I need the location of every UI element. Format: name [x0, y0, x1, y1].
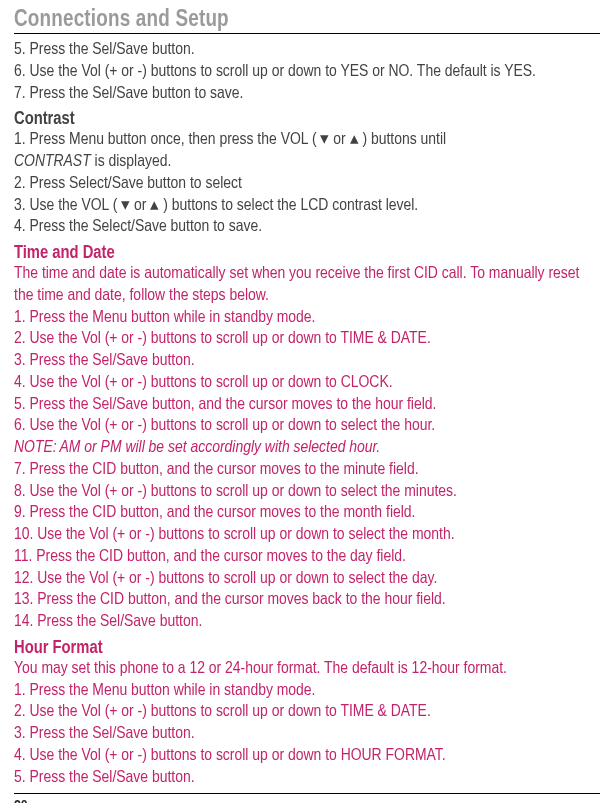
step-line: 3. Press the Sel/Save button.: [14, 722, 600, 744]
step-line: 2. Use the Vol (+ or -) buttons to scrol…: [14, 327, 600, 349]
step-line: 7. Press the CID button, and the cursor …: [14, 458, 600, 480]
page-container: Connections and Setup 5. Press the Sel/S…: [0, 0, 614, 803]
header-rule: [14, 33, 600, 34]
step-line: 11. Press the CID button, and the cursor…: [14, 545, 600, 567]
step-line: 6. Use the Vol (+ or -) buttons to scrol…: [14, 60, 600, 82]
step-line: 1. Press Menu button once, then press th…: [14, 128, 600, 150]
step-line: 14. Press the Sel/Save button.: [14, 610, 600, 632]
heading-contrast: Contrast: [14, 107, 600, 128]
step-line: 1. Press the Menu button while in standb…: [14, 306, 600, 328]
step-line: 9. Press the CID button, and the cursor …: [14, 501, 600, 523]
heading-time-date: Time and Date: [14, 241, 600, 262]
step-line: 6. Use the Vol (+ or -) buttons to scrol…: [14, 414, 600, 436]
step-line: 13. Press the CID button, and the cursor…: [14, 588, 600, 610]
step-line: 5. Press the Sel/Save button.: [14, 38, 600, 60]
note-line: NOTE: AM or PM will be set accordingly w…: [14, 436, 600, 458]
page-number: 20: [14, 796, 600, 803]
contrast-displayed-word: CONTRAST: [14, 150, 91, 170]
step-line: 5. Press the Sel/Save button.: [14, 766, 600, 788]
step-line: 3. Press the Sel/Save button.: [14, 349, 600, 371]
step-line: 5. Press the Sel/Save button, and the cu…: [14, 393, 600, 415]
page-title: Connections and Setup: [14, 4, 600, 31]
body-text: The time and date is automatically set w…: [14, 262, 600, 306]
step-line: 4. Use the Vol (+ or -) buttons to scrol…: [14, 744, 600, 766]
step-line: 7. Press the Sel/Save button to save.: [14, 82, 600, 104]
step-line: 4. Press the Select/Save button to save.: [14, 215, 600, 237]
step-line: 1. Press the Menu button while in standb…: [14, 679, 600, 701]
step-line: 12. Use the Vol (+ or -) buttons to scro…: [14, 567, 600, 589]
body-text: You may set this phone to a 12 or 24-hou…: [14, 657, 600, 679]
step-line: 2. Press Select/Save button to select: [14, 172, 600, 194]
heading-hour-format: Hour Format: [14, 636, 600, 657]
footer-rule: [14, 793, 600, 794]
step-line: 2. Use the Vol (+ or -) buttons to scrol…: [14, 700, 600, 722]
step-line: 8. Use the Vol (+ or -) buttons to scrol…: [14, 480, 600, 502]
step-line: 10. Use the Vol (+ or -) buttons to scro…: [14, 523, 600, 545]
step-line: CONTRAST is displayed.: [14, 150, 600, 172]
step-line: 3. Use the VOL ( ▾ or ▴ ) buttons to sel…: [14, 194, 600, 216]
step-line: 4. Use the Vol (+ or -) buttons to scrol…: [14, 371, 600, 393]
